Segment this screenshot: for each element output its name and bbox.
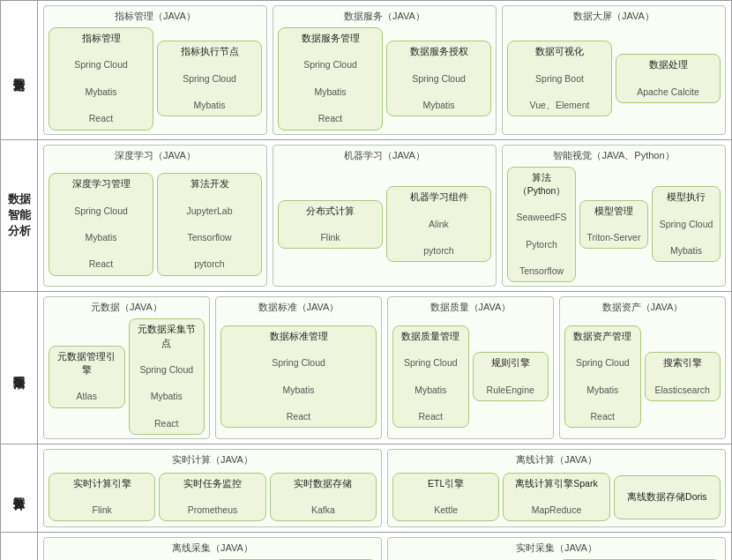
cards-row-shuyun-0: 指标管理Spring CloudMybatisReact指标执行节点Spring… bbox=[49, 27, 262, 131]
card-shuyun-1-0: 数据服务管理Spring CloudMybatisReact bbox=[278, 27, 383, 131]
card-jisuan-0-1: 实时任务监控Prometheus bbox=[159, 473, 265, 522]
card-zhineng-2-0: 算法（Python）SeaweedFSPytorchTensorflow bbox=[507, 167, 576, 283]
section-title-jisuan-1: 离线计算（JAVA） bbox=[392, 453, 721, 467]
card-jisuan-1-1: 离线计算引擎SparkMapReduce bbox=[503, 473, 609, 522]
section-title-shuyun-0: 指标管理（JAVA） bbox=[49, 10, 262, 23]
section-title-jisuan-0: 实时计算（JAVA） bbox=[49, 453, 377, 467]
section-zhineng-1: 机器学习（JAVA）分布式计算Flink机器学习组件Alinkpytorch bbox=[273, 145, 497, 287]
card-jisuan-1-0: ETL引擎Kettle bbox=[392, 473, 499, 522]
row-zhineng: 数据智能分析深度学习（JAVA）深度学习管理Spring CloudMybati… bbox=[1, 140, 731, 293]
cards-row-jisuan-0: 实时计算引擎Flink实时任务监控Prometheus实时数据存储Kafka bbox=[49, 471, 377, 523]
card-zhineng-1-1: 机器学习组件Alinkpytorch bbox=[386, 186, 491, 262]
card-zhineng-2-2: 模型执行Spring CloudMybatis bbox=[652, 186, 721, 262]
card-zhili-0-1: 元数据采集节点Spring CloudMybatisReact bbox=[129, 318, 205, 435]
row-content-jisuan: 实时计算（JAVA）实时计算引擎Flink实时任务监控Prometheus实时数… bbox=[38, 444, 731, 532]
section-title-zhineng-1: 机器学习（JAVA） bbox=[278, 149, 491, 162]
section-title-zhili-0: 元数据（JAVA） bbox=[49, 301, 205, 314]
card-shuyun-0-0: 指标管理Spring CloudMybatisReact bbox=[49, 27, 153, 131]
card-zhineng-0-1: 算法开发JupyterLabTensorflowpytorch bbox=[157, 173, 262, 276]
cards-row-zhili-0: 元数据管理引擎Atlas元数据采集节点Spring CloudMybatisRe… bbox=[49, 318, 205, 435]
section-title-shuyun-1: 数据服务（JAVA） bbox=[278, 10, 491, 23]
cards-row-zhineng-0: 深度学习管理Spring CloudMybatisReact算法开发Jupyte… bbox=[49, 167, 262, 283]
section-title-zhili-2: 数据质量（JAVA） bbox=[392, 301, 549, 314]
card-zhili-3-0: 数据资产管理Spring CloudMybatisReact bbox=[564, 325, 641, 429]
row-label-jisuan: 数据计算 bbox=[1, 444, 38, 532]
card-shuyun-2-0: 数据可视化Spring BootVue、Element bbox=[507, 41, 612, 116]
row-content-zhineng: 深度学习（JAVA）深度学习管理Spring CloudMybatisReact… bbox=[38, 140, 731, 292]
section-title-caiji-0: 离线采集（JAVA） bbox=[49, 541, 377, 555]
section-caiji-0: 离线采集（JAVA）离线采集引擎FlinkX离线采集管理Spring Cloud… bbox=[43, 537, 382, 560]
section-zhili-1: 数据标准（JAVA）数据标准管理Spring CloudMybatisReact bbox=[215, 296, 382, 439]
row-shuyun: 数据运营指标管理（JAVA）指标管理Spring CloudMybatisRea… bbox=[1, 1, 731, 140]
section-title-zhili-1: 数据标准（JAVA） bbox=[220, 301, 377, 314]
card-jisuan-1-2: 离线数据存储Doris bbox=[614, 475, 721, 519]
card-zhineng-1-0: 分布式计算Flink bbox=[278, 200, 383, 250]
row-label-zhineng: 数据智能分析 bbox=[1, 140, 38, 292]
row-content-shuyun: 指标管理（JAVA）指标管理Spring CloudMybatisReact指标… bbox=[38, 1, 731, 139]
section-shuyun-0: 指标管理（JAVA）指标管理Spring CloudMybatisReact指标… bbox=[43, 5, 267, 135]
section-jisuan-0: 实时计算（JAVA）实时计算引擎Flink实时任务监控Prometheus实时数… bbox=[43, 449, 382, 527]
section-zhineng-0: 深度学习（JAVA）深度学习管理Spring CloudMybatisReact… bbox=[43, 145, 267, 287]
section-shuyun-1: 数据服务（JAVA）数据服务管理Spring CloudMybatisReact… bbox=[273, 5, 497, 135]
row-label-zhili: 数据治理 bbox=[1, 292, 38, 444]
section-title-zhili-3: 数据资产（JAVA） bbox=[564, 301, 721, 314]
main-diagram: 数据运营指标管理（JAVA）指标管理Spring CloudMybatisRea… bbox=[0, 0, 732, 560]
row-jisuan: 数据计算实时计算（JAVA）实时计算引擎Flink实时任务监控Prometheu… bbox=[1, 444, 731, 533]
cards-row-zhineng-2: 算法（Python）SeaweedFSPytorchTensorflow模型管理… bbox=[507, 167, 721, 283]
cards-row-shuyun-2: 数据可视化Spring BootVue、Element数据处理Apache Ca… bbox=[507, 27, 721, 131]
row-content-zhili: 元数据（JAVA）元数据管理引擎Atlas元数据采集节点Spring Cloud… bbox=[38, 292, 731, 444]
section-zhili-2: 数据质量（JAVA）数据质量管理Spring CloudMybatisReact… bbox=[387, 296, 554, 439]
cards-row-zhili-1: 数据标准管理Spring CloudMybatisReact bbox=[220, 318, 377, 435]
card-zhili-3-1: 搜索引擎Elasticsearch bbox=[645, 352, 721, 401]
card-zhineng-0-0: 深度学习管理Spring CloudMybatisReact bbox=[49, 173, 153, 276]
section-zhili-0: 元数据（JAVA）元数据管理引擎Atlas元数据采集节点Spring Cloud… bbox=[43, 296, 210, 439]
section-title-shuyun-2: 数据大屏（JAVA） bbox=[507, 10, 721, 23]
card-shuyun-1-1: 数据服务授权Spring CloudMybatis bbox=[386, 41, 491, 116]
section-jisuan-1: 离线计算（JAVA）ETL引擎Kettle离线计算引擎SparkMapReduc… bbox=[387, 449, 726, 527]
card-jisuan-0-2: 实时数据存储Kafka bbox=[270, 473, 377, 522]
row-label-shuyun: 数据运营 bbox=[1, 1, 38, 139]
section-caiji-1: 实时采集（JAVA）实时采集引擎FlinkX实时采集管理Spring Cloud… bbox=[387, 537, 726, 560]
cards-row-zhili-3: 数据资产管理Spring CloudMybatisReact搜索引擎Elasti… bbox=[564, 318, 721, 435]
section-zhili-3: 数据资产（JAVA）数据资产管理Spring CloudMybatisReact… bbox=[559, 296, 726, 439]
section-title-caiji-1: 实时采集（JAVA） bbox=[392, 541, 721, 555]
cards-row-zhineng-1: 分布式计算Flink机器学习组件Alinkpytorch bbox=[278, 167, 491, 283]
cards-row-jisuan-1: ETL引擎Kettle离线计算引擎SparkMapReduce离线数据存储Dor… bbox=[392, 471, 721, 523]
section-title-zhineng-2: 智能视觉（JAVA、Python） bbox=[507, 149, 721, 162]
row-label-caiji: 数据采集 bbox=[1, 533, 38, 560]
row-content-caiji: 离线采集（JAVA）离线采集引擎FlinkX离线采集管理Spring Cloud… bbox=[38, 533, 731, 560]
section-title-zhineng-0: 深度学习（JAVA） bbox=[49, 149, 262, 162]
cards-row-zhili-2: 数据质量管理Spring CloudMybatisReact规则引擎RuleEn… bbox=[392, 318, 549, 435]
row-zhili: 数据治理元数据（JAVA）元数据管理引擎Atlas元数据采集节点Spring C… bbox=[1, 292, 731, 444]
card-shuyun-0-1: 指标执行节点Spring CloudMybatis bbox=[157, 41, 262, 116]
row-caiji: 数据采集离线采集（JAVA）离线采集引擎FlinkX离线采集管理Spring C… bbox=[1, 533, 731, 560]
cards-row-shuyun-1: 数据服务管理Spring CloudMybatisReact数据服务授权Spri… bbox=[278, 27, 491, 131]
card-zhili-0-0: 元数据管理引擎Atlas bbox=[49, 346, 125, 408]
section-zhineng-2: 智能视觉（JAVA、Python）算法（Python）SeaweedFSPyto… bbox=[502, 145, 726, 287]
card-zhili-2-0: 数据质量管理Spring CloudMybatisReact bbox=[392, 325, 469, 429]
card-zhili-2-1: 规则引擎RuleEngine bbox=[473, 352, 549, 401]
card-zhineng-2-1: 模型管理Triton-Server bbox=[579, 200, 648, 250]
card-zhili-1-0: 数据标准管理Spring CloudMybatisReact bbox=[220, 325, 377, 429]
section-shuyun-2: 数据大屏（JAVA）数据可视化Spring BootVue、Element数据处… bbox=[502, 5, 726, 135]
card-shuyun-2-1: 数据处理Apache Calcite bbox=[616, 54, 721, 103]
card-jisuan-0-0: 实时计算引擎Flink bbox=[49, 473, 155, 522]
